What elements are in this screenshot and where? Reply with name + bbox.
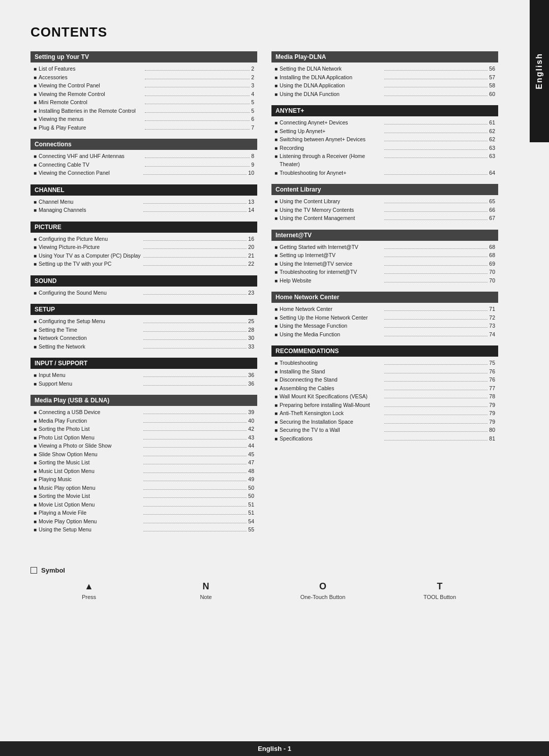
item-bullet-icon: ■ (274, 314, 278, 322)
item-page-number: 69 (489, 260, 495, 268)
item-text: Viewing the Connection Panel (39, 169, 142, 177)
list-item: ■Sorting the Music List47 (34, 458, 254, 467)
item-bullet-icon: ■ (34, 492, 37, 500)
item-text: Media Play Function (39, 417, 142, 425)
list-item: ■Listening through a Receiver (Home Thea… (274, 152, 495, 169)
item-text: Movie List Option Menu (39, 500, 142, 509)
item-bullet-icon: ■ (274, 418, 278, 426)
item-page-number: 68 (489, 251, 495, 259)
item-page-number: 10 (248, 169, 254, 177)
section-items-internet-tv: ■Getting Started with Internet@TV68■Sett… (271, 242, 498, 286)
item-text: Disconnecting the Stand (280, 375, 383, 384)
item-text: Using the Media Function (280, 330, 383, 338)
item-dots (384, 124, 487, 124)
item-bullet-icon: ■ (274, 359, 278, 367)
item-dots (384, 373, 487, 373)
item-bullet-icon: ■ (274, 144, 278, 152)
item-bullet-icon: ■ (34, 408, 37, 417)
item-bullet-icon: ■ (34, 442, 37, 450)
list-item: ■Channel Menu13 (34, 198, 254, 206)
item-page-number: 23 (248, 289, 254, 297)
list-item: ■Network Connection30 (34, 334, 254, 342)
item-page-number: 21 (248, 251, 254, 260)
item-text: Anti-Theft Kensington Lock (280, 409, 383, 417)
item-page-number: 25 (248, 317, 254, 325)
item-page-number: 57 (489, 73, 495, 81)
section-items-anynet: ■Connecting Anynet+ Devices61■Setting Up… (271, 117, 498, 178)
item-text: Installing the DLNA Application (280, 73, 383, 81)
symbol-item: TTOOL Button (409, 581, 470, 600)
item-bullet-icon: ■ (274, 206, 278, 214)
item-dots (143, 376, 247, 377)
section-items-media-play-dlna: ■Setting the DLNA Network56■Installing t… (271, 64, 498, 99)
item-text: Assembling the Cables (280, 384, 383, 392)
item-bullet-icon: ■ (274, 119, 278, 127)
item-text: Using the TV Memory Contents (280, 206, 383, 214)
item-page-number: 5 (251, 98, 254, 106)
section-items-picture: ■Configuring the Picture Menu16■Viewing … (30, 234, 257, 269)
item-text: Listening through a Receiver (Home Theat… (280, 152, 383, 169)
item-dots (143, 323, 247, 323)
list-item: ■Setting the Time28 (34, 326, 254, 334)
section-items-channel: ■Channel Menu13■Managing Channels14 (30, 197, 257, 215)
list-item: ■Playing Music49 (34, 475, 254, 484)
item-text: Network Connection (39, 334, 142, 342)
item-dots (145, 120, 250, 121)
item-dots (143, 265, 247, 266)
bottom-bar: English - 1 (0, 741, 549, 756)
item-page-number: 78 (489, 392, 495, 400)
item-bullet-icon: ■ (34, 380, 37, 388)
section-input-support: INPUT / SUPPORT■Input Menu36■Support Men… (30, 358, 257, 389)
list-item: ■List of Features2 (34, 65, 254, 73)
list-item: ■Wall Mount Kit Specifications (VESA)78 (274, 392, 495, 401)
list-item: ■Accessories2 (34, 73, 254, 82)
item-bullet-icon: ■ (274, 128, 278, 136)
symbol-icon: N (203, 581, 209, 592)
list-item: ■Configuring the Sound Menu23 (34, 289, 254, 297)
item-dots (145, 129, 250, 130)
item-text: Viewing Picture-in-Picture (39, 243, 142, 251)
item-bullet-icon: ■ (274, 322, 278, 330)
item-page-number: 80 (489, 426, 495, 434)
section-sound: SOUND■Configuring the Sound Menu23 (30, 275, 257, 298)
list-item: ■Movie Play Option Menu54 (34, 517, 254, 526)
item-text: Configuring the Sound Menu (39, 289, 142, 297)
item-dots (384, 96, 487, 96)
list-item: ■Using the Media Function74 (274, 330, 495, 339)
item-bullet-icon: ■ (34, 343, 37, 351)
symbol-item: ▲Press (58, 581, 119, 600)
list-item: ■Securing the TV to a Wall80 (274, 426, 495, 434)
list-item: ■Help Website70 (274, 276, 495, 285)
list-item: ■Configuring the Picture Menu16 (34, 235, 254, 243)
list-item: ■Configuring the Setup Menu25 (34, 317, 254, 326)
item-text: Setting the Network (39, 342, 142, 351)
list-item: ■Using Your TV as a Computer (PC) Displa… (34, 251, 254, 260)
list-item: ■Troubleshooting for Anynet+64 (274, 169, 495, 177)
item-bullet-icon: ■ (34, 235, 37, 243)
item-bullet-icon: ■ (274, 385, 278, 393)
section-channel: CHANNEL■Channel Menu13■Managing Channels… (30, 184, 257, 215)
section-items-media-play-usb: ■Connecting a USB Device39■Media Play Fu… (30, 407, 257, 535)
list-item: ■Music Play option Menu50 (34, 484, 254, 492)
section-media-play-usb: Media Play (USB & DLNA)■Connecting a USB… (30, 395, 257, 535)
section-media-play-dlna: Media Play-DLNA■Setting the DLNA Network… (271, 51, 498, 99)
item-dots (384, 203, 487, 203)
list-item: ■Viewing a Photo or Slide Show44 (34, 442, 254, 450)
item-bullet-icon: ■ (34, 476, 37, 484)
section-header-internet-tv: Internet@TV (271, 230, 498, 241)
item-page-number: 72 (489, 313, 495, 322)
item-dots (143, 497, 247, 498)
item-dots (143, 203, 247, 204)
left-column: Setting up Your TV■List of Features2■Acc… (30, 51, 257, 541)
item-bullet-icon: ■ (34, 425, 37, 433)
item-dots (143, 481, 247, 481)
symbol-icon: T (437, 581, 443, 592)
item-text: Viewing the Remote Control (39, 90, 143, 98)
item-bullet-icon: ■ (34, 459, 37, 467)
item-text: Installing Batteries in the Remote Contr… (39, 107, 143, 115)
item-text: Playing a Movie File (39, 509, 142, 517)
symbol-row: ▲PressNNoteOOne-Touch ButtonTTOOL Button (30, 581, 498, 600)
item-bullet-icon: ■ (34, 124, 37, 132)
item-bullet-icon: ■ (274, 376, 278, 384)
item-page-number: 51 (248, 509, 254, 517)
